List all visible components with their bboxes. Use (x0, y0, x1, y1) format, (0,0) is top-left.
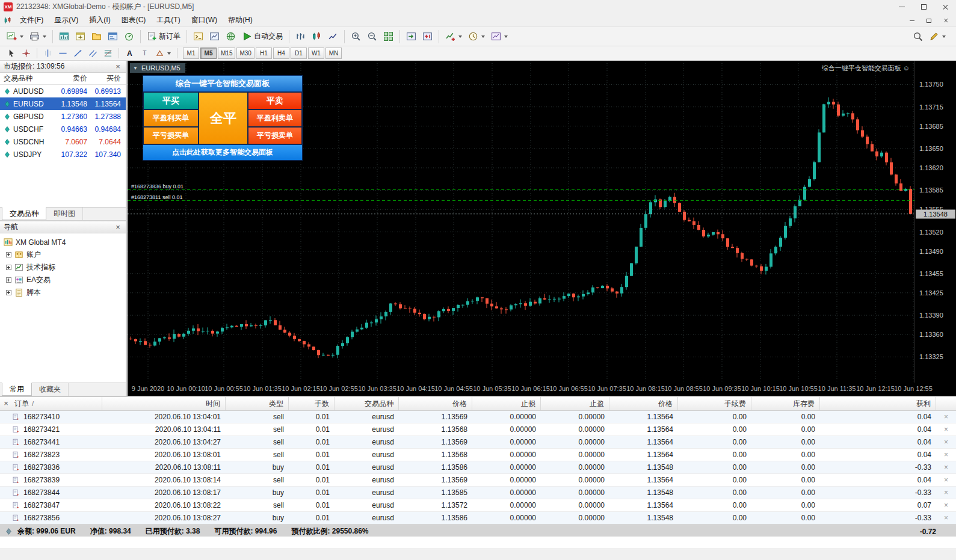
close-order-button[interactable]: × (936, 438, 956, 446)
horizontal-line-tool-button[interactable] (55, 48, 70, 60)
close-sell-button[interactable]: 平卖 (248, 92, 302, 109)
chart-plot-area[interactable]: #168273836 buy 0.01#168273811 sell 0.01 … (128, 61, 914, 383)
timeframe-h1-button[interactable]: H1 (256, 48, 272, 59)
periods-button[interactable] (465, 29, 488, 44)
auto-scroll-button[interactable] (403, 29, 419, 44)
order-row[interactable]: 1682738442020.06.10 13:08:17buy0.01eurus… (0, 487, 956, 499)
order-row[interactable]: 1682734102020.06.10 13:04:01sell0.01euru… (0, 411, 956, 423)
text-tool-button[interactable]: A (122, 48, 137, 60)
timeframe-m30-button[interactable]: M30 (236, 48, 254, 59)
market-watch-tab-1[interactable]: 即时图 (46, 208, 83, 220)
orders-column-header-10[interactable]: 库存费 (751, 397, 820, 410)
order-row[interactable]: 1682738472020.06.10 13:08:22sell0.01euru… (0, 499, 956, 512)
strategy-tester-button[interactable] (121, 29, 137, 44)
close-order-button[interactable]: × (936, 514, 956, 522)
vertical-line-tool-button[interactable] (40, 48, 55, 60)
trendline-tool-button[interactable] (70, 48, 85, 60)
line-chart-mode-button[interactable] (325, 29, 341, 44)
minimize-button[interactable] (891, 0, 913, 14)
candlestick-mode-button[interactable] (309, 29, 325, 44)
quick-edit-button[interactable] (926, 29, 949, 44)
close-order-button[interactable]: × (936, 463, 956, 472)
ea-panel-footer-link[interactable]: 点击此处获取更多智能交易面板 (143, 144, 302, 160)
maximize-button[interactable] (913, 0, 934, 14)
arrows-tool-button[interactable] (152, 48, 174, 60)
column-bid[interactable]: 卖价 (53, 73, 90, 84)
orders-column-header-1[interactable]: 时间 (102, 397, 226, 410)
mdi-restore-button[interactable] (921, 15, 937, 26)
column-ask[interactable]: 买价 (90, 73, 125, 84)
timeframe-mn-button[interactable]: MN (325, 48, 342, 59)
terminal-close-button[interactable]: × (2, 399, 10, 408)
channel-tool-button[interactable] (85, 48, 100, 60)
indicators-list-button[interactable] (442, 29, 465, 44)
tile-windows-button[interactable] (380, 29, 396, 44)
navigator-item-indicators[interactable]: 技术指标 (0, 261, 126, 274)
time-axis[interactable]: 9 Jun 202010 Jun 00:1010 Jun 00:5510 Jun… (128, 383, 914, 396)
column-symbol[interactable]: 交易品种 (0, 73, 53, 84)
price-axis[interactable]: 1.137501.137151.136851.136501.136201.135… (914, 61, 956, 383)
zoom-in-button[interactable] (348, 29, 364, 44)
timeframe-m15-button[interactable]: M15 (218, 48, 235, 59)
menu-item-0[interactable]: 文件(F) (14, 14, 49, 26)
mdi-close-button[interactable] (938, 15, 954, 26)
close-profit-sell-button[interactable]: 平盈利卖单 (248, 109, 302, 127)
order-row[interactable]: 1682734212020.06.10 13:04:11sell0.01euru… (0, 423, 956, 436)
orders-column-header-5[interactable]: 价格 (399, 397, 472, 410)
bar-chart-mode-button[interactable] (292, 29, 309, 44)
menu-item-1[interactable]: 显示(V) (49, 14, 84, 26)
market-watch-row[interactable]: AUDUSD0.698940.69913 (0, 85, 126, 97)
orders-column-header-7[interactable]: 止盈 (541, 397, 609, 410)
orders-column-header-9[interactable]: 手续费 (678, 397, 751, 410)
menu-item-5[interactable]: 窗口(W) (186, 14, 223, 26)
order-row[interactable]: 1682734412020.06.10 13:04:27sell0.01euru… (0, 436, 956, 449)
zoom-out-button[interactable] (364, 29, 380, 44)
navigator-item-scripts[interactable]: 脚本 (0, 286, 126, 299)
timeframe-m1-button[interactable]: M1 (183, 48, 199, 59)
new-chart-button[interactable] (4, 29, 26, 44)
orders-column-header-6[interactable]: 止损 (472, 397, 541, 410)
orders-column-header-3[interactable]: 手数 (289, 397, 335, 410)
orders-column-header-0[interactable]: 订单/ (0, 397, 102, 410)
market-watch-row[interactable]: USDCNH7.06077.0644 (0, 135, 126, 148)
profiles-button[interactable] (26, 29, 49, 44)
cursor-tool-button[interactable] (4, 48, 19, 60)
market-watch-button[interactable] (56, 29, 72, 44)
navigator-close-button[interactable]: × (114, 223, 122, 231)
market-watch-row[interactable]: EURUSD1.135481.13564 (0, 97, 126, 110)
close-loss-buy-button[interactable]: 平亏损买单 (143, 127, 199, 144)
chart-symbol-chip[interactable]: ▼ EURUSD,M5 (130, 63, 185, 73)
templates-button[interactable] (488, 29, 511, 44)
orders-column-header-11[interactable]: 获利 (820, 397, 936, 410)
timeframe-m5-button[interactable]: M5 (200, 48, 217, 59)
metaeditor-button[interactable] (190, 29, 206, 44)
chart-shift-button[interactable] (419, 29, 436, 44)
mql5-community-button[interactable] (223, 29, 239, 44)
market-watch-close-button[interactable]: × (114, 63, 122, 70)
menu-item-6[interactable]: 帮助(H) (223, 14, 258, 26)
close-order-button[interactable]: × (936, 488, 956, 497)
market-watch-row[interactable]: USDCHF0.946630.94684 (0, 123, 126, 135)
close-order-button[interactable]: × (936, 413, 956, 421)
order-row[interactable]: 1682738562020.06.10 13:08:27buy0.01eurus… (0, 512, 956, 525)
mdi-minimize-button[interactable] (904, 15, 920, 26)
navigator-root[interactable]: XM Global MT4 (0, 236, 126, 248)
timeframe-d1-button[interactable]: D1 (291, 48, 307, 59)
expand-plus-icon[interactable] (6, 265, 11, 270)
menu-item-2[interactable]: 插入(I) (84, 14, 116, 26)
expand-plus-icon[interactable] (6, 252, 11, 257)
order-row[interactable]: 1682738362020.06.10 13:08:11buy0.01eurus… (0, 461, 956, 474)
navigator-item-accounts[interactable]: 账户 (0, 248, 126, 261)
text-label-tool-button[interactable]: T (137, 48, 152, 60)
close-button[interactable] (934, 0, 956, 14)
terminal-button[interactable] (105, 29, 121, 44)
data-window-button[interactable] (72, 29, 88, 44)
navigator-tab-1[interactable]: 收藏夹 (32, 383, 69, 396)
navigator-button[interactable] (88, 29, 105, 44)
close-order-button[interactable]: × (936, 476, 956, 484)
orders-column-header-4[interactable]: 交易品种 (335, 397, 399, 410)
market-watch-row[interactable]: USDJPY107.322107.340 (0, 148, 126, 161)
close-buy-button[interactable]: 平买 (143, 92, 199, 109)
navigator-item-experts[interactable]: EA交易 (0, 274, 126, 286)
close-order-button[interactable]: × (936, 501, 956, 509)
